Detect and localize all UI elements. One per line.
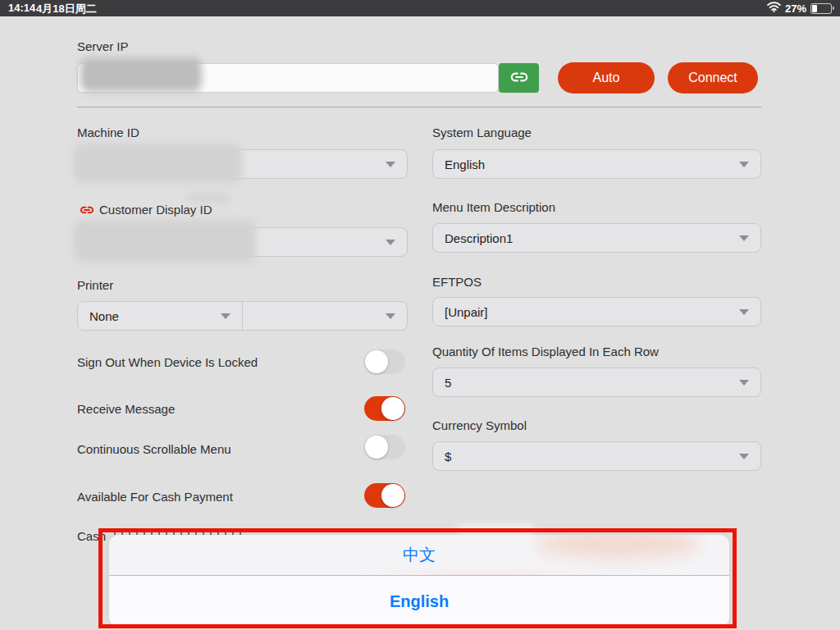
chevron-down-icon [739, 162, 749, 167]
customer-display-id-redaction [74, 220, 256, 262]
continuous-menu-label: Continuous Scrollable Menu [77, 442, 231, 456]
chevron-down-icon [739, 309, 749, 315]
battery-icon [810, 3, 832, 14]
server-ip-label: Server IP [77, 39, 129, 53]
sign-out-label: Sign Out When Device Is Locked [77, 355, 258, 369]
eftpos-value: [Unpair] [445, 305, 488, 319]
settings-screen: 14:14 4月18日周二 27% Server IP [0, 0, 840, 630]
quantity-dropdown[interactable]: 5 [432, 368, 761, 397]
chevron-down-icon [739, 380, 749, 386]
quantity-label: Quantity Of Items Displayed In Each Row [432, 345, 659, 358]
currency-dropdown[interactable]: $ [432, 441, 761, 471]
clock: 14:14 [8, 2, 35, 14]
machine-id-redaction [74, 144, 242, 183]
menu-item-description-dropdown[interactable]: Description1 [432, 223, 761, 253]
chevron-down-icon [386, 313, 395, 319]
wifi-icon [767, 2, 781, 15]
printer-type-value: None [89, 309, 119, 323]
section-divider [77, 107, 761, 107]
chain-link-icon-red [77, 202, 97, 221]
chevron-down-icon [739, 454, 749, 459]
connect-button[interactable]: Connect [668, 62, 758, 94]
system-language-value: English [445, 158, 485, 171]
customer-display-id-label: Customer Display ID [99, 203, 212, 217]
printer-type-dropdown[interactable]: None [78, 302, 242, 330]
status-date: 4月18日周二 [36, 2, 97, 16]
eftpos-label: EFTPOS [432, 275, 482, 289]
battery-percent: 27% [785, 2, 806, 15]
eftpos-dropdown[interactable]: [Unpair] [432, 297, 761, 326]
language-option-chinese[interactable]: 中文 [109, 535, 729, 575]
label-smudge [187, 193, 230, 203]
chevron-down-icon [221, 313, 231, 319]
chain-link-icon [509, 66, 530, 90]
sign-out-toggle[interactable] [364, 349, 405, 374]
status-bar: 14:14 4月18日周二 27% [0, 0, 840, 16]
currency-label: Currency Symbol [432, 418, 527, 432]
printer-label: Printer [77, 278, 113, 292]
printer-dropdowns: None [77, 301, 408, 331]
auto-button[interactable]: Auto [558, 62, 655, 94]
system-language-dropdown[interactable]: English [432, 149, 761, 179]
language-option-english[interactable]: English [109, 576, 729, 627]
cash-partial-label: Cash [77, 529, 106, 543]
cash-payment-label: Available For Cash Payment [77, 490, 233, 504]
quantity-value: 5 [445, 376, 451, 390]
server-ip-redaction [80, 57, 202, 92]
link-button[interactable] [499, 63, 539, 93]
receive-message-toggle[interactable] [364, 396, 405, 421]
chevron-down-icon [386, 162, 395, 167]
language-action-sheet: 中文 English [109, 535, 729, 627]
continuous-menu-toggle[interactable] [364, 435, 405, 459]
menu-item-description-label: Menu Item Description [432, 200, 555, 214]
system-language-label: System Language [432, 126, 532, 139]
menu-item-description-value: Description1 [445, 231, 513, 245]
currency-value: $ [445, 450, 451, 463]
chevron-down-icon [386, 240, 395, 245]
chevron-down-icon [739, 235, 749, 241]
machine-id-label: Machine ID [77, 126, 139, 139]
receive-message-label: Receive Message [77, 402, 175, 416]
printer-device-dropdown[interactable] [242, 302, 407, 330]
cash-payment-toggle[interactable] [364, 483, 405, 508]
